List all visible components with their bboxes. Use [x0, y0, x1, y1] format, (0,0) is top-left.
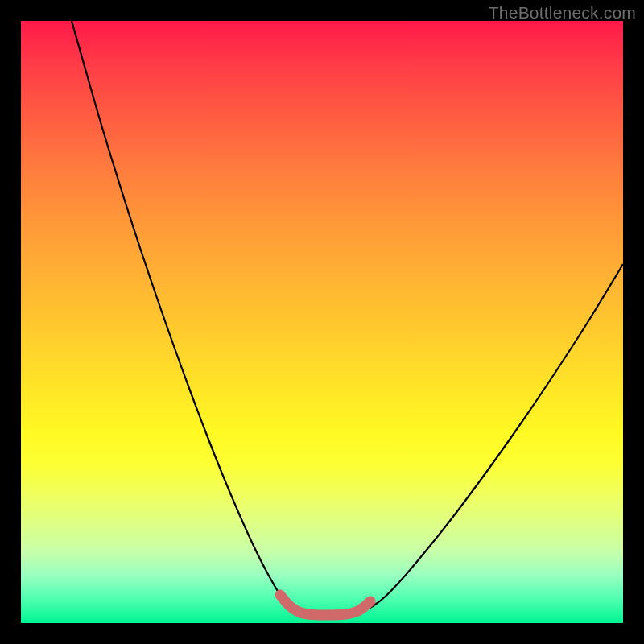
chart-frame: TheBottleneck.com	[0, 0, 644, 644]
series-left-curve	[72, 21, 285, 603]
series-bottom-highlight	[280, 595, 370, 615]
series-right-curve	[369, 264, 623, 609]
plot-area	[21, 21, 623, 623]
watermark-text: TheBottleneck.com	[489, 3, 636, 23]
chart-svg	[21, 21, 623, 623]
